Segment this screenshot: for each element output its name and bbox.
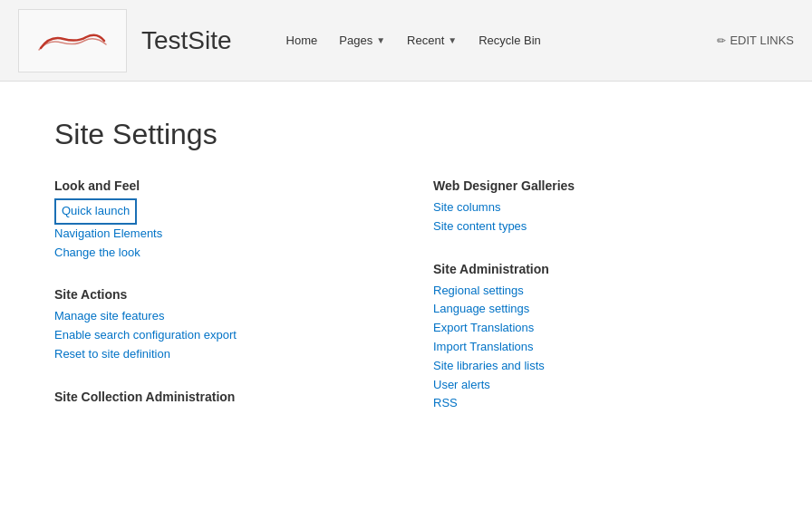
section-heading-site-collection-admin: Site Collection Administration — [54, 390, 379, 404]
link-reset-to-site-definition[interactable]: Reset to site definition — [54, 345, 379, 364]
nav-recent[interactable]: Recent ▼ — [398, 28, 466, 53]
nav-pages[interactable]: Pages ▼ — [330, 28, 394, 53]
link-manage-site-features[interactable]: Manage site features — [54, 307, 379, 326]
pencil-icon: ✏ — [717, 34, 726, 47]
link-site-content-types[interactable]: Site content types — [433, 217, 758, 236]
section-site-administration: Site Administration Regional settings La… — [433, 262, 758, 414]
link-site-columns[interactable]: Site columns — [433, 198, 758, 217]
link-user-alerts[interactable]: User alerts — [433, 376, 758, 395]
logo-area: TestSite — [18, 9, 259, 72]
edit-links-button[interactable]: ✏ EDIT LINKS — [717, 34, 794, 47]
settings-left-column: Look and Feel Quick launch Navigation El… — [54, 178, 379, 438]
logo-image — [32, 23, 113, 59]
section-web-designer-galleries: Web Designer Galleries Site columns Site… — [433, 178, 758, 236]
section-site-actions: Site Actions Manage site features Enable… — [54, 287, 379, 363]
link-enable-search-config[interactable]: Enable search configuration export — [54, 326, 379, 345]
main-content: Site Settings Look and Feel Quick launch… — [0, 82, 812, 475]
settings-right-column: Web Designer Galleries Site columns Site… — [433, 178, 758, 438]
section-heading-web-designer: Web Designer Galleries — [433, 178, 758, 193]
section-heading-look-and-feel: Look and Feel — [54, 178, 379, 193]
section-heading-site-actions: Site Actions — [54, 287, 379, 302]
site-title: TestSite — [141, 26, 232, 55]
logo-box — [18, 9, 127, 72]
link-import-translations[interactable]: Import Translations — [433, 338, 758, 357]
recent-arrow-icon: ▼ — [448, 35, 457, 45]
section-look-and-feel: Look and Feel Quick launch Navigation El… — [54, 178, 379, 262]
link-regional-settings[interactable]: Regional settings — [433, 282, 758, 301]
link-rss[interactable]: RSS — [433, 394, 758, 413]
link-site-libraries-and-lists[interactable]: Site libraries and lists — [433, 357, 758, 376]
nav-recycle-bin[interactable]: Recycle Bin — [469, 28, 550, 53]
link-quick-launch[interactable]: Quick launch — [54, 198, 137, 225]
link-change-the-look[interactable]: Change the look — [54, 244, 379, 263]
header: TestSite Home Pages ▼ Recent ▼ Recycle B… — [0, 0, 812, 82]
section-heading-site-admin: Site Administration — [433, 262, 758, 276]
section-site-collection-admin: Site Collection Administration — [54, 390, 379, 404]
page-title: Site Settings — [54, 118, 758, 151]
link-language-settings[interactable]: Language settings — [433, 300, 758, 319]
link-navigation-elements[interactable]: Navigation Elements — [54, 225, 379, 244]
nav-home[interactable]: Home — [277, 28, 327, 53]
pages-arrow-icon: ▼ — [376, 35, 385, 45]
settings-grid: Look and Feel Quick launch Navigation El… — [54, 178, 758, 438]
link-export-translations[interactable]: Export Translations — [433, 319, 758, 338]
nav-bar: Home Pages ▼ Recent ▼ Recycle Bin ✏ EDIT… — [277, 28, 794, 53]
